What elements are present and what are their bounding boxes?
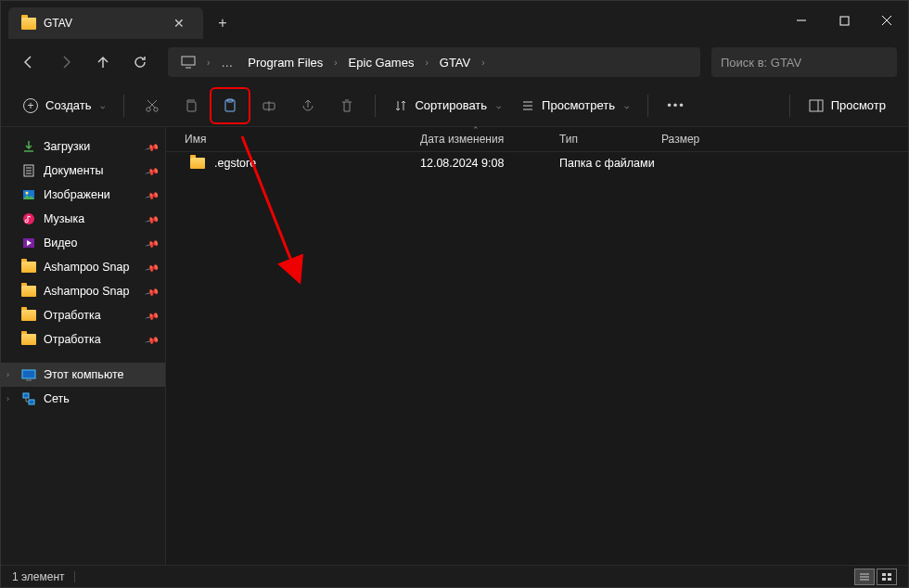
preview-label: Просмотр [831, 98, 886, 112]
svg-point-26 [23, 213, 34, 224]
content-area: Загрузки📌Документы📌Изображени📌Музыка📌Вид… [1, 127, 908, 565]
sidebar-item[interactable]: Документы📌 [1, 159, 165, 183]
sidebar-label: Изображени [44, 188, 110, 201]
minimize-button[interactable] [780, 1, 823, 40]
chevron-right-icon: › [6, 370, 9, 379]
pc-icon [21, 367, 36, 382]
sidebar-item[interactable]: Ashampoo Snap📌 [1, 255, 165, 279]
sidebar-item[interactable]: Музыка📌 [1, 207, 165, 231]
pin-icon[interactable]: 📌 [145, 163, 160, 178]
file-pane[interactable]: ⌃ Имя Дата изменения Тип Размер .egstore… [166, 127, 908, 565]
cut-button[interactable] [134, 89, 171, 122]
sort-label: Сортировать [415, 98, 487, 112]
close-window-button[interactable] [865, 1, 908, 40]
preview-button[interactable]: Просмотр [800, 93, 895, 118]
column-headers: ⌃ Имя Дата изменения Тип Размер [166, 127, 908, 152]
sidebar-this-pc[interactable]: › Этот компьюте [1, 363, 165, 387]
close-tab-icon[interactable]: ✕ [168, 14, 190, 32]
folder-icon [21, 308, 36, 323]
share-button[interactable] [289, 89, 326, 122]
sidebar-label: Отработка [44, 333, 101, 346]
paste-button[interactable] [211, 89, 249, 122]
pin-icon[interactable]: 📌 [145, 236, 160, 250]
pin-icon[interactable]: 📌 [145, 332, 160, 347]
explorer-window: GTAV ✕ + [0, 0, 909, 588]
col-date[interactable]: Дата изменения [420, 133, 559, 146]
folder-icon [21, 284, 36, 299]
breadcrumb[interactable]: › … Program Files › Epic Games › GTAV › [168, 47, 700, 77]
svg-rect-18 [810, 100, 823, 111]
tab-active[interactable]: GTAV ✕ [8, 7, 203, 39]
copy-icon [184, 98, 198, 113]
sidebar-network[interactable]: › Сеть [1, 387, 165, 411]
col-type[interactable]: Тип [559, 133, 661, 146]
tab-title: GTAV [44, 17, 160, 30]
svg-rect-35 [882, 573, 886, 576]
video-icon [21, 236, 36, 250]
col-name[interactable]: Имя [179, 133, 420, 146]
separator [123, 95, 124, 117]
pin-icon[interactable]: 📌 [145, 260, 160, 275]
svg-line-9 [147, 100, 155, 108]
pin-icon[interactable]: 📌 [145, 308, 160, 323]
forward-button[interactable] [49, 45, 83, 79]
breadcrumb-item[interactable]: Program Files [242, 52, 328, 73]
arrow-left-icon [21, 55, 36, 70]
pin-icon[interactable]: 📌 [145, 139, 160, 154]
breadcrumb-item[interactable]: Epic Games [343, 52, 420, 73]
breadcrumb-item[interactable]: GTAV [434, 52, 476, 73]
sidebar-item[interactable]: Отработка📌 [1, 327, 165, 352]
status-bar: 1 элемент [1, 565, 908, 587]
sort-indicator: ⌃ [472, 125, 480, 134]
window-controls [780, 1, 908, 40]
file-name: .egstore [214, 157, 256, 170]
col-size[interactable]: Размер [661, 133, 736, 146]
svg-rect-10 [187, 102, 196, 111]
refresh-button[interactable] [123, 45, 157, 79]
details-view-button[interactable] [854, 569, 875, 585]
back-button[interactable] [12, 45, 45, 79]
create-button[interactable]: + Создать ⌵ [14, 93, 114, 119]
pin-icon[interactable]: 📌 [145, 187, 160, 202]
toolbar: + Создать ⌵ Сортировать ⌵ [1, 84, 908, 127]
svg-rect-4 [182, 57, 195, 65]
new-tab-button[interactable]: + [207, 15, 238, 32]
sidebar-label: Видео [44, 236, 78, 249]
delete-button[interactable] [328, 89, 365, 122]
paste-icon [223, 98, 237, 113]
sidebar-item[interactable]: Отработка📌 [1, 303, 165, 327]
sort-button[interactable]: Сортировать ⌵ [385, 93, 510, 118]
sidebar-item[interactable]: Изображени📌 [1, 183, 165, 207]
pin-icon[interactable]: 📌 [145, 284, 160, 299]
maximize-button[interactable] [823, 1, 865, 40]
folder-icon [21, 260, 36, 275]
search-input[interactable]: Поиск в: GTAV [711, 47, 897, 77]
up-button[interactable] [86, 45, 120, 79]
view-button[interactable]: Просмотреть ⌵ [512, 93, 638, 118]
more-button[interactable]: ••• [658, 89, 695, 122]
details-view-icon [859, 572, 870, 582]
breadcrumb-overflow[interactable]: … [215, 52, 238, 73]
rename-button[interactable] [250, 89, 288, 122]
sidebar-item[interactable]: Ashampoo Snap📌 [1, 279, 165, 303]
sidebar-label: Загрузки [44, 140, 90, 153]
chevron-right-icon: › [423, 58, 429, 68]
scissors-icon [145, 98, 160, 113]
share-icon [301, 98, 315, 113]
file-date: 12.08.2024 9:08 [420, 157, 559, 170]
svg-rect-38 [888, 578, 891, 581]
titlebar: GTAV ✕ + [1, 1, 908, 40]
separator [647, 95, 648, 117]
monitor-icon[interactable] [175, 56, 201, 69]
download-icon [21, 139, 36, 154]
pin-icon[interactable]: 📌 [145, 211, 160, 226]
icons-view-button[interactable] [877, 569, 897, 585]
separator [74, 571, 75, 582]
sidebar-item[interactable]: Видео📌 [1, 231, 165, 255]
folder-icon [21, 332, 36, 347]
maximize-icon [839, 16, 850, 26]
copy-button[interactable] [173, 89, 210, 122]
sidebar-item[interactable]: Загрузки📌 [1, 134, 165, 159]
file-row[interactable]: .egstore12.08.2024 9:08Папка с файлами [166, 152, 908, 174]
svg-point-7 [154, 107, 158, 110]
